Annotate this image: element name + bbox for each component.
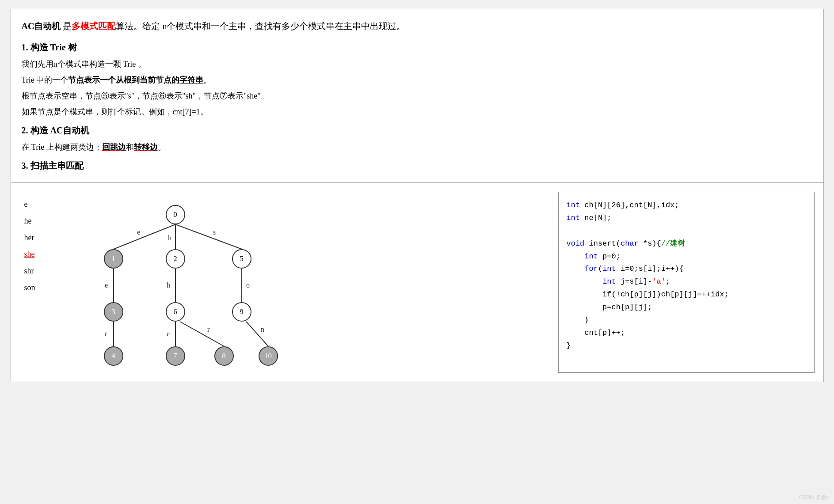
code-line-1: int ch[N][26],cnt[N],idx; (567, 199, 806, 212)
code-line-if: if(!ch[p][j])ch[p][j]=++idx; (567, 288, 806, 301)
node-6: 6 (166, 302, 185, 322)
node-0: 0 (166, 205, 185, 224)
node-4: 4 (104, 346, 123, 366)
word-he: he (24, 213, 35, 230)
section1-line1: 我们先用n个模式串构造一颗 Trie 。 (22, 56, 813, 72)
section1-line4: 如果节点是个模式串，则打个标记。例如，cnt[7]=1。 (22, 104, 813, 120)
code-line-cnt: cnt[p]++; (567, 327, 806, 340)
text-section: AC自动机 是多模式匹配算法。给定 n个模式串和一个主串，查找有多少个模式串在主… (11, 9, 824, 183)
node-5: 5 (232, 249, 251, 269)
svg-text:o: o (246, 281, 250, 289)
svg-text:e: e (167, 330, 170, 337)
section1: 1. 构造 Trie 树 我们先用n个模式串构造一颗 Trie 。 Trie 中… (22, 38, 813, 120)
node-10: 10 (259, 346, 278, 366)
svg-text:r: r (105, 330, 107, 337)
svg-text:h: h (167, 281, 170, 289)
svg-line-16 (180, 322, 224, 346)
svg-line-0 (114, 224, 175, 249)
code-section: int ch[N][26],cnt[N],idx; int ne[N]; voi… (558, 192, 815, 373)
code-line-intj: int j=s[i]-'a'; (567, 276, 806, 288)
code-line-p: p=ch[p][j]; (567, 301, 806, 314)
node-9: 9 (232, 302, 251, 322)
section2-heading: 2. 构造 AC自动机 (22, 121, 813, 139)
ac-title: AC自动机 (22, 21, 61, 31)
node-8: 8 (214, 346, 234, 366)
word-her: her (24, 230, 35, 246)
svg-text:s: s (213, 228, 216, 236)
code-line-for: for(int i=0;s[i];i++){ (567, 263, 806, 276)
word-e: e (24, 196, 35, 213)
word-she: she (24, 246, 35, 263)
section2: 2. 构造 AC自动机 在 Trie 上构建两类边：回跳边和转移边。 (22, 121, 813, 155)
node-1: 1 (104, 249, 123, 269)
svg-text:h: h (168, 234, 171, 242)
red-title: 多模式匹配 (72, 21, 116, 31)
trie-section: e he her she shr son e h (11, 183, 554, 382)
svg-line-18 (246, 322, 268, 346)
word-son: son (24, 280, 35, 296)
section3-heading: 3. 扫描主串匹配 (22, 157, 813, 174)
word-shr: shr (24, 263, 35, 280)
node-7: 7 (166, 346, 185, 366)
title-line: AC自动机 是多模式匹配算法。给定 n个模式串和一个主串，查找有多少个模式串在主… (22, 17, 813, 35)
watermark: CSDN @极z (799, 494, 829, 501)
svg-line-4 (175, 224, 242, 249)
code-line-intp: int p=0; (567, 250, 806, 263)
trie-graph: e h s e h o (69, 196, 289, 373)
section1-line2: Trie 中的一个节点表示一个从根到当前节点的字符串。 (22, 72, 813, 88)
word-list: e he her she shr son (24, 196, 35, 296)
svg-text:r: r (207, 326, 210, 333)
code-line-2: int ne[N]; (567, 212, 806, 225)
section3: 3. 扫描主串匹配 (22, 157, 813, 174)
svg-text:e: e (105, 281, 108, 289)
bottom-section: e he her she shr son e h (11, 183, 824, 382)
code-line-blank (567, 225, 806, 238)
main-container: AC自动机 是多模式匹配算法。给定 n个模式串和一个主串，查找有多少个模式串在主… (11, 9, 824, 382)
code-line-void: void insert(char *s){//建树 (567, 238, 806, 250)
section1-heading: 1. 构造 Trie 树 (22, 38, 813, 56)
svg-text:e: e (137, 228, 140, 236)
section2-line1: 在 Trie 上构建两类边：回跳边和转移边。 (22, 139, 813, 155)
code-line-end: } (567, 340, 806, 352)
node-3: 3 (104, 302, 123, 322)
section1-line3: 根节点表示空串，节点⑤表示"s"，节点⑥表示"sh"，节点⑦表示"she"。 (22, 88, 813, 104)
node-2: 2 (166, 249, 185, 269)
code-line-closebrace: } (567, 314, 806, 327)
svg-text:n: n (261, 326, 264, 333)
